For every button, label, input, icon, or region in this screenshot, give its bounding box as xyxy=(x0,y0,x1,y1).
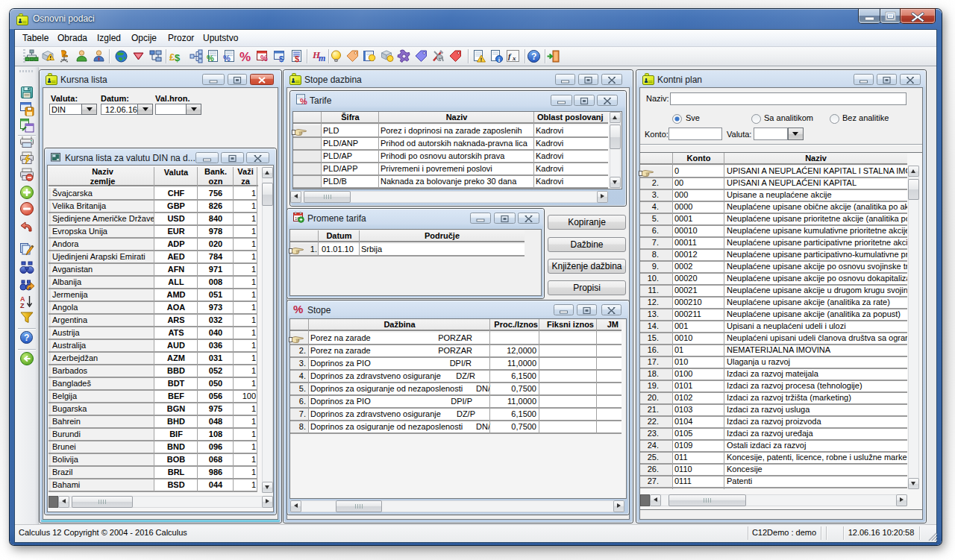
svg-text:%: % xyxy=(300,97,307,106)
svg-text:%: % xyxy=(293,303,303,315)
